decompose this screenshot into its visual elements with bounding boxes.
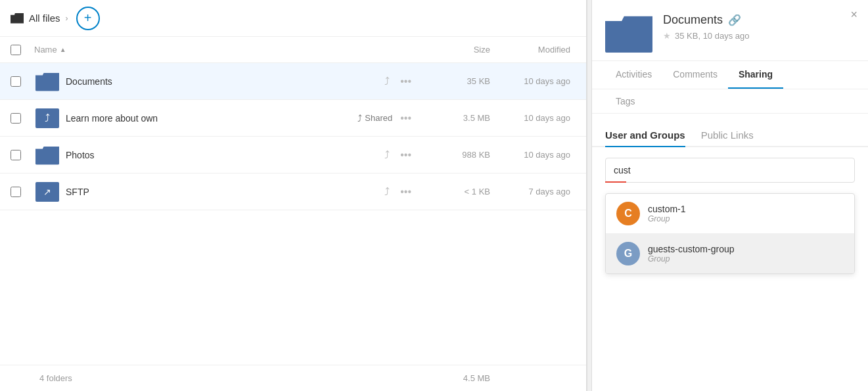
file-name: SFTP	[66, 187, 382, 197]
link-icon[interactable]: 🔗	[728, 14, 741, 26]
shared-badge: ⤴ Shared	[357, 113, 392, 124]
search-input[interactable]	[605, 158, 855, 183]
dropdown-item[interactable]: G guests-custom-group Group	[606, 234, 854, 273]
sub-tabs: Tags	[592, 89, 868, 114]
more-button[interactable]: •••	[398, 110, 414, 127]
tab-activities[interactable]: Activities	[605, 61, 662, 89]
row-checkbox[interactable]	[11, 150, 21, 160]
table-row[interactable]: ⤴ Learn more about own ⤴ Shared ••• 3.5 …	[0, 100, 586, 137]
sharing-tabs: User and Groups Public Links	[592, 114, 868, 147]
row-checkbox[interactable]	[11, 113, 21, 124]
file-size: < 1 KB	[424, 187, 490, 196]
share-button[interactable]: ⤴	[382, 183, 392, 200]
sharing-tab-public-links[interactable]: Public Links	[701, 124, 754, 147]
total-size: 4.5 MB	[424, 373, 490, 383]
folder-shape	[35, 72, 59, 91]
file-size: 988 KB	[424, 150, 490, 160]
folder-shape	[35, 145, 59, 165]
name-column-header: Name	[34, 45, 57, 55]
file-modified: 10 days ago	[490, 150, 576, 160]
share-icon: ⤴	[357, 113, 362, 124]
avatar: C	[616, 202, 640, 225]
dropdown-item-name: guests-custom-group	[648, 244, 735, 254]
footer: 4 folders 4.5 MB	[0, 365, 586, 391]
file-icon: ⤴	[34, 105, 60, 131]
panel-divider	[587, 0, 592, 391]
file-browser-panel: All files › + Name ▲ Size Modified Docum…	[0, 0, 587, 391]
avatar: G	[616, 242, 640, 265]
detail-panel: Documents 🔗 ★ 35 KB, 10 days ago × Activ…	[592, 0, 868, 391]
file-info-title: Documents 🔗	[663, 13, 855, 27]
detail-file-name: Documents	[663, 13, 723, 27]
tab-comments[interactable]: Comments	[662, 61, 728, 89]
breadcrumb: All files › +	[0, 0, 586, 37]
file-modified: 10 days ago	[490, 76, 576, 86]
table-row[interactable]: Documents ⤴ ••• 35 KB 10 days ago	[0, 63, 586, 100]
share-button[interactable]: ⤴	[382, 147, 392, 164]
dropdown-item[interactable]: C custom-1 Group	[606, 194, 854, 234]
shared-label: Shared	[365, 113, 392, 123]
breadcrumb-arrow: ›	[66, 14, 68, 23]
sort-arrow: ▲	[60, 46, 66, 53]
modified-column-header: Modified	[490, 45, 576, 55]
file-modified: 10 days ago	[490, 113, 576, 123]
user-group-dropdown: C custom-1 Group G guests-custom-group G…	[605, 193, 855, 274]
file-name: Learn more about own	[66, 113, 357, 124]
file-modified: 7 days ago	[490, 187, 576, 196]
file-size: 35 KB	[424, 76, 490, 86]
more-button[interactable]: •••	[398, 183, 414, 200]
row-checkbox[interactable]	[11, 76, 21, 87]
file-actions: ⤴ •••	[382, 147, 414, 164]
file-actions: ⤴ Shared •••	[357, 110, 414, 127]
breadcrumb-title: All files	[29, 12, 60, 24]
file-name: Photos	[66, 150, 382, 160]
main-tabs: Activities Comments Sharing	[592, 61, 868, 89]
file-icon	[34, 68, 60, 95]
star-icon[interactable]: ★	[663, 31, 671, 41]
table-row[interactable]: ↗ SFTP ⤴ ••• < 1 KB 7 days ago	[0, 173, 586, 210]
user-search-section: i	[592, 147, 868, 193]
folder-preview-icon	[605, 13, 652, 53]
file-info: Documents 🔗 ★ 35 KB, 10 days ago	[663, 13, 855, 41]
file-actions: ⤴ •••	[382, 183, 414, 200]
more-button[interactable]: •••	[398, 147, 414, 164]
file-icon: ↗	[34, 179, 60, 205]
file-icon	[34, 142, 60, 168]
new-file-button[interactable]: +	[76, 7, 100, 30]
size-column-header: Size	[424, 45, 490, 55]
sharing-tab-user-groups[interactable]: User and Groups	[605, 124, 685, 147]
dropdown-item-type: Group	[648, 214, 686, 223]
file-name: Documents	[66, 76, 382, 87]
dropdown-item-info: custom-1 Group	[648, 204, 686, 223]
tab-sharing[interactable]: Sharing	[728, 61, 783, 89]
folder-icon	[11, 13, 24, 24]
close-button[interactable]: ×	[850, 8, 857, 22]
row-checkbox[interactable]	[11, 187, 21, 197]
file-size: 3.5 MB	[424, 113, 490, 123]
sftp-folder-shape: ↗	[35, 182, 59, 202]
dropdown-item-info: guests-custom-group Group	[648, 244, 735, 264]
select-all-checkbox[interactable]	[11, 45, 21, 55]
table-header: Name ▲ Size Modified	[0, 37, 586, 63]
shared-folder-shape: ⤴	[35, 108, 59, 128]
table-row[interactable]: Photos ⤴ ••• 988 KB 10 days ago	[0, 137, 586, 173]
sub-tab-tags[interactable]: Tags	[605, 89, 646, 113]
file-actions: ⤴ •••	[382, 73, 414, 90]
dropdown-item-name: custom-1	[648, 204, 686, 214]
file-meta-text: 35 KB, 10 days ago	[675, 31, 749, 41]
dropdown-item-type: Group	[648, 254, 735, 264]
detail-header: Documents 🔗 ★ 35 KB, 10 days ago ×	[592, 0, 868, 61]
file-list: Documents ⤴ ••• 35 KB 10 days ago ⤴ Lear…	[0, 63, 586, 365]
folder-count: 4 folders	[11, 373, 424, 383]
file-info-meta: ★ 35 KB, 10 days ago	[663, 31, 855, 41]
more-button[interactable]: •••	[398, 73, 414, 90]
search-underline	[605, 181, 626, 183]
share-button[interactable]: ⤴	[382, 73, 392, 90]
